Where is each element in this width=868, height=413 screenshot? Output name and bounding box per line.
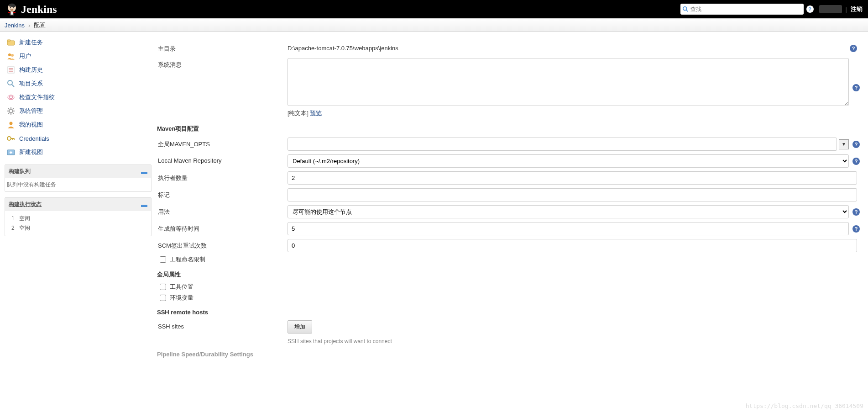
svg-point-12 xyxy=(11,54,14,57)
new-job-icon xyxy=(6,38,16,47)
executors-count-label: 执行者数量 xyxy=(155,171,288,182)
svg-point-2 xyxy=(13,7,14,8)
env-vars-label: 环境变量 xyxy=(170,294,193,302)
svg-rect-4 xyxy=(8,12,10,13)
help-icon[interactable]: ? xyxy=(852,141,860,148)
logout-link[interactable]: 注销 xyxy=(851,5,863,13)
tool-locations-checkbox[interactable] xyxy=(160,284,166,290)
svg-line-8 xyxy=(686,10,688,12)
home-dir-value: D:\apache-tomcat-7.0.75\webapps\jenkins xyxy=(288,42,398,54)
svg-rect-5 xyxy=(13,12,16,13)
executor-status-header: 构建执行状态 ▬ xyxy=(5,198,151,211)
svg-point-20 xyxy=(9,96,13,99)
sysmsg-textarea[interactable] xyxy=(288,58,849,106)
global-props-section-title: 全局属性 xyxy=(155,265,860,281)
build-queue-header: 构建队列 ▬ xyxy=(5,165,151,178)
sysmsg-label: 系统消息 xyxy=(155,58,288,69)
maven-repo-select[interactable]: Default (~/.m2/repository) xyxy=(288,154,849,168)
svg-point-17 xyxy=(8,80,12,85)
plus-folder-icon xyxy=(6,148,16,157)
sysmsg-format-hint: [纯文本] 预览 xyxy=(288,108,849,117)
users-icon xyxy=(6,52,16,61)
help-icon[interactable]: ? xyxy=(852,225,860,233)
sidebar-item-credentials[interactable]: Credentials xyxy=(5,132,152,145)
svg-point-7 xyxy=(683,7,686,11)
maven-section-title: Maven项目配置 xyxy=(155,119,860,136)
svg-point-30 xyxy=(10,122,13,125)
executors-count-input[interactable] xyxy=(288,171,857,185)
search-icon xyxy=(682,6,689,12)
executor-row: 2 空闲 xyxy=(7,223,149,233)
breadcrumb-current: 配置 xyxy=(34,21,46,29)
collapse-exec-icon[interactable]: ▬ xyxy=(141,201,147,208)
svg-line-26 xyxy=(8,108,9,109)
home-dir-label: 主目录 xyxy=(155,42,288,53)
label-input[interactable] xyxy=(288,188,857,201)
chevron-right-icon: › xyxy=(28,22,30,29)
usage-select[interactable]: 尽可能的使用这个节点 xyxy=(288,205,849,218)
key-icon xyxy=(6,134,16,143)
preview-link[interactable]: 预览 xyxy=(310,110,322,116)
sidebar-item-relation[interactable]: 项目关系 xyxy=(5,77,152,90)
sidebar-item-history[interactable]: 构建历史 xyxy=(5,63,152,77)
svg-line-29 xyxy=(13,108,14,109)
svg-point-31 xyxy=(7,137,11,140)
pipeline-section-title: Pipeline Speed/Durability Settings xyxy=(155,344,860,360)
tool-locations-label: 工具位置 xyxy=(170,283,193,291)
help-icon[interactable]: ? xyxy=(852,208,860,216)
sidebar-item-newview[interactable]: 新建视图 xyxy=(5,145,152,159)
search-icon xyxy=(6,79,16,88)
svg-point-1 xyxy=(10,7,11,8)
user-icon xyxy=(6,120,16,129)
header-help-icon[interactable]: ? xyxy=(806,5,814,13)
svg-rect-10 xyxy=(7,40,10,41)
quiet-period-input[interactable] xyxy=(288,222,849,235)
scm-retry-input[interactable] xyxy=(288,239,857,252)
svg-point-11 xyxy=(8,53,11,56)
history-icon xyxy=(6,65,16,74)
svg-line-28 xyxy=(8,113,9,114)
maven-repo-label: Local Maven Repository xyxy=(155,154,288,164)
expand-button[interactable]: ▼ xyxy=(839,139,849,149)
ssh-add-button[interactable]: 增加 xyxy=(288,320,312,334)
maven-opts-input[interactable] xyxy=(288,138,837,151)
jenkins-logo[interactable]: Jenkins xyxy=(5,2,57,16)
maven-opts-label: 全局MAVEN_OPTS xyxy=(155,138,288,148)
sidebar-item-new[interactable]: 新建任务 xyxy=(5,36,152,49)
scm-retry-label: SCM签出重试次数 xyxy=(155,239,288,250)
naming-strategy-checkbox[interactable] xyxy=(160,256,166,263)
collapse-queue-icon[interactable]: ▬ xyxy=(141,168,147,175)
usage-label: 用法 xyxy=(155,205,288,216)
naming-strategy-label: 工程命名限制 xyxy=(170,255,205,264)
help-icon[interactable]: ? xyxy=(852,158,860,165)
executor-row: 1 空闲 xyxy=(7,214,149,223)
brand-text: Jenkins xyxy=(21,3,57,16)
ssh-sites-hint: SSH sites that projects will want to con… xyxy=(288,335,860,344)
sidebar-item-myview[interactable]: 我的视图 xyxy=(5,118,152,132)
ssh-section-title: SSH remote hosts xyxy=(155,303,860,318)
svg-line-18 xyxy=(12,85,14,87)
svg-line-27 xyxy=(13,113,14,114)
ssh-sites-label: SSH sites xyxy=(155,320,288,330)
help-icon[interactable]: ? xyxy=(850,45,857,52)
sidebar-item-fingerprint[interactable]: 检查文件指纹 xyxy=(5,90,152,104)
quiet-period-label: 生成前等待时间 xyxy=(155,222,288,233)
svg-point-21 xyxy=(9,109,13,113)
search-box[interactable] xyxy=(680,4,804,15)
user-name-blurred[interactable] xyxy=(819,5,842,13)
sidebar-item-manage[interactable]: 系统管理 xyxy=(5,104,152,118)
label-label: 标记 xyxy=(155,188,288,199)
executor-status-link[interactable]: 构建执行状态 xyxy=(9,201,42,208)
breadcrumb-root[interactable]: Jenkins xyxy=(5,22,25,29)
breadcrumb: Jenkins › 配置 xyxy=(0,18,868,32)
help-icon[interactable]: ? xyxy=(852,84,860,91)
build-queue-empty: 队列中没有构建任务 xyxy=(5,178,151,191)
sidebar-item-users[interactable]: 用户 xyxy=(5,49,152,63)
jenkins-head-icon xyxy=(5,2,18,16)
env-vars-checkbox[interactable] xyxy=(160,295,166,301)
gear-icon xyxy=(6,106,16,116)
svg-rect-6 xyxy=(11,12,13,15)
fingerprint-icon xyxy=(6,93,16,102)
search-input[interactable] xyxy=(690,6,802,12)
